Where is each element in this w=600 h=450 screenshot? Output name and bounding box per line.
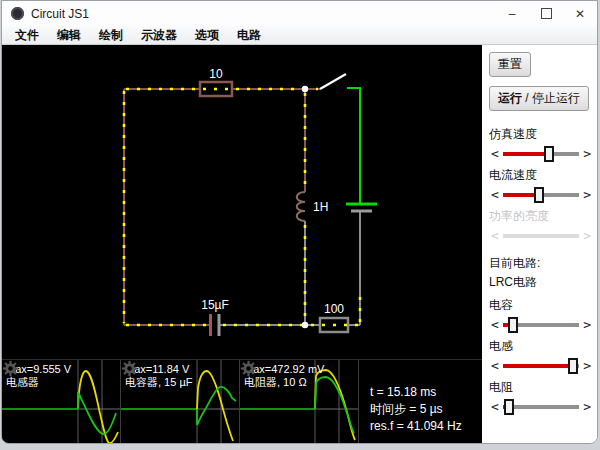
capacitance-slider[interactable]: < > [489,317,593,332]
menu-draw[interactable]: 绘制 [90,27,132,44]
slider-left-arrow: < [489,229,501,242]
trace-current [197,371,233,441]
slider-fill [503,364,573,368]
scope-resistor[interactable]: Max=472.92 mV 电阻器, 10 Ω [240,360,359,444]
simulation-status: t = 15.18 ms 时间步 = 5 µs res.f = 41.094 H… [359,360,482,444]
menu-circuits[interactable]: 电路 [228,27,270,44]
slider-right-arrow[interactable]: > [581,318,593,331]
node-bottom[interactable] [302,322,308,328]
menu-scope[interactable]: 示波器 [132,27,186,44]
slider-right-arrow[interactable]: > [581,400,593,413]
sim-speed-label: 仿真速度 [489,126,593,143]
menu-options[interactable]: 选项 [186,27,228,44]
reset-button[interactable]: 重置 [489,52,531,77]
scope-capacitor[interactable]: Max=11.84 V 电容器, 15 µF [121,360,240,444]
desktop-background: Circuit JS1 – ✕ 文件 编辑 绘制 示波器 选项 电路 [0,0,600,450]
gear-icon[interactable] [240,360,257,377]
slider-thumb[interactable] [508,317,518,333]
inductance-slider[interactable]: < > [489,358,593,373]
resistor-10-label: 10 [209,67,223,81]
slider-right-arrow[interactable]: > [581,147,593,160]
voltage-source[interactable] [346,88,377,211]
current-circuit-name: LRC电路 [489,274,593,291]
window-title: Circuit JS1 [31,7,89,21]
slider-thumb[interactable] [534,187,544,203]
sim-speed-slider[interactable]: < > [489,146,593,161]
power-brightness-label: 功率的亮度 [489,208,593,225]
menu-file[interactable]: 文件 [6,27,48,44]
slider-left-arrow[interactable]: < [489,400,501,413]
node-top[interactable] [302,86,308,92]
slider-thumb[interactable] [568,358,578,374]
slider-thumb[interactable] [504,399,514,415]
circuit-canvas[interactable]: 10 1H 15µF 100 [2,45,482,444]
run-stop-button[interactable]: 运行 / 停止运行 [489,86,589,111]
resistor-100-label: 100 [324,302,344,316]
slider-left-arrow[interactable]: < [489,318,501,331]
menubar: 文件 编辑 绘制 示波器 选项 电路 [2,26,597,45]
slider-track[interactable] [503,193,579,197]
maximize-icon [541,8,552,19]
capacitor-label: 15µF [201,298,229,312]
slider-right-arrow: > [581,229,593,242]
capacitor[interactable] [211,314,220,336]
inductance-label: 电感 [489,338,593,355]
scope-component: 电容器, 15 µF [125,376,192,389]
scope-inductor[interactable]: Max=9.555 V 电感器 [2,360,121,444]
gear-icon[interactable] [2,360,19,377]
app-icon [11,7,24,20]
slider-track[interactable] [503,323,579,327]
circuit-drawing: 10 1H 15µF 100 [2,45,482,360]
current-speed-slider[interactable]: < > [489,187,593,202]
capacitance-label: 电容 [489,297,593,314]
inductor-label: 1H [313,200,328,214]
slider-thumb[interactable] [544,146,554,162]
slider-right-arrow[interactable]: > [581,188,593,201]
trace-current [78,371,118,443]
slider-fill [503,152,550,156]
wire-negative-segments[interactable] [124,89,320,325]
slider-left-arrow[interactable]: < [489,188,501,201]
run-label: 运行 [498,91,522,105]
status-timestep: 时间步 = 5 µs [370,401,482,418]
gear-icon[interactable] [121,360,138,377]
resistance-slider[interactable]: < > [489,399,593,414]
inductor-coil[interactable] [297,192,305,221]
slider-track[interactable] [503,152,579,156]
slider-left-arrow[interactable]: < [489,359,501,372]
sidebar: 重置 运行 / 停止运行 仿真速度 < > 电流速度 < > 功率的亮度 [482,45,597,444]
status-time: t = 15.18 ms [370,384,482,401]
status-resonant-freq: res.f = 41.094 Hz [370,418,482,435]
scope-component: 电感器 [6,376,71,389]
current-speed-label: 电流速度 [489,167,593,184]
slider-track[interactable] [503,405,579,409]
switch-lever[interactable] [320,74,346,89]
close-button[interactable]: ✕ [563,1,597,26]
trace-voltage [197,387,236,425]
minimize-button[interactable]: – [495,1,529,26]
slider-left-arrow[interactable]: < [489,147,501,160]
window-controls: – ✕ [495,1,597,26]
titlebar: Circuit JS1 – ✕ [2,1,597,26]
menu-edit[interactable]: 编辑 [48,27,90,44]
scope-component: 电阻器, 10 Ω [244,376,324,389]
slider-track [503,234,579,238]
stop-label: / 停止运行 [522,91,580,105]
maximize-button[interactable] [529,1,563,26]
resistance-label: 电阻 [489,379,593,396]
slider-track[interactable] [503,364,579,368]
scope-strip: Max=9.555 V 电感器 [2,359,482,444]
current-circuit-caption: 目前电路: [489,255,593,272]
slider-right-arrow[interactable]: > [581,359,593,372]
circuitjs-window: Circuit JS1 – ✕ 文件 编辑 绘制 示波器 选项 电路 [1,0,598,444]
power-brightness-slider: < > [489,228,593,243]
